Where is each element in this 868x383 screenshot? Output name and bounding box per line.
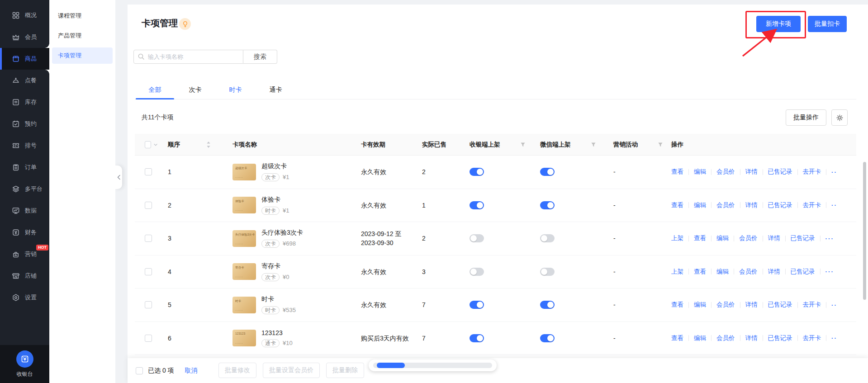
chevron-down-icon[interactable]	[153, 142, 158, 147]
search-input[interactable]	[133, 50, 243, 64]
bulk-button-0[interactable]: 批量修改	[218, 363, 256, 378]
action-link[interactable]: 查看	[671, 201, 688, 209]
sidebar-item-finance[interactable]: 财务	[0, 222, 49, 243]
submenu-item-product-management[interactable]: 产品管理	[52, 28, 113, 44]
sidebar-item-queue[interactable]: 排号	[0, 135, 49, 156]
filter-icon[interactable]	[520, 142, 526, 147]
more-actions-button[interactable]: ··	[826, 202, 842, 208]
action-link[interactable]: 去开卡	[798, 334, 826, 342]
sidebar-item-booking[interactable]: 预约	[0, 113, 49, 135]
horizontal-scrollbar-thumb[interactable]	[377, 363, 405, 368]
action-link[interactable]: 详情	[740, 201, 763, 209]
action-link[interactable]: 编辑	[689, 168, 711, 176]
pos-listing-toggle[interactable]	[470, 334, 484, 342]
action-link[interactable]: 详情	[763, 234, 785, 242]
tab-all[interactable]: 全部	[135, 80, 175, 99]
action-link[interactable]: 查看	[671, 334, 688, 342]
sidebar-item-marketing[interactable]: 营销HOT	[0, 243, 49, 265]
action-link[interactable]: 编辑	[711, 268, 734, 276]
pos-listing-toggle[interactable]	[470, 234, 484, 242]
wechat-listing-toggle[interactable]	[540, 334, 555, 342]
action-link[interactable]: 去开卡	[798, 201, 826, 209]
submenu-item-course-management[interactable]: 课程管理	[52, 8, 113, 24]
row-checkbox[interactable]	[145, 268, 152, 275]
more-actions-button[interactable]: ··	[826, 335, 842, 341]
row-checkbox[interactable]	[145, 202, 152, 209]
pos-listing-toggle[interactable]	[470, 168, 484, 176]
row-checkbox[interactable]	[145, 235, 152, 242]
action-link[interactable]: 查看	[671, 168, 688, 176]
row-checkbox[interactable]	[145, 335, 152, 342]
filter-icon[interactable]	[591, 142, 596, 147]
bulk-button-1[interactable]: 批量设置会员价	[263, 363, 320, 378]
sidebar-item-inventory[interactable]: 库存	[0, 91, 49, 113]
pos-listing-toggle[interactable]	[470, 301, 484, 309]
sidebar-item-members[interactable]: 会员	[0, 26, 49, 48]
lightbulb-icon[interactable]	[179, 18, 191, 30]
action-link[interactable]: 去开卡	[798, 168, 826, 176]
action-link[interactable]: 会员价	[711, 201, 740, 209]
sidebar-collapse-handle[interactable]	[115, 165, 122, 189]
more-actions-button[interactable]: ··	[826, 302, 842, 308]
sidebar-item-shop[interactable]: 店铺	[0, 265, 49, 287]
action-link[interactable]: 已售记录	[786, 234, 820, 242]
action-link[interactable]: 编辑	[711, 234, 734, 242]
action-link[interactable]: 查看	[689, 234, 711, 242]
action-link[interactable]: 查看	[689, 268, 711, 276]
sidebar-item-multi-platform[interactable]: 多平台	[0, 178, 49, 200]
table-settings-button[interactable]	[831, 109, 848, 126]
more-actions-button[interactable]: ··	[826, 169, 842, 175]
pos-listing-toggle[interactable]	[470, 268, 484, 276]
pos-listing-toggle[interactable]	[470, 201, 484, 209]
sidebar-item-overview[interactable]: 概况	[0, 5, 49, 26]
tab-time-card[interactable]: 时卡	[215, 80, 256, 99]
action-link[interactable]: 去开卡	[798, 301, 826, 309]
search-button[interactable]: 搜索	[243, 50, 277, 64]
batch-deduct-button[interactable]: 批量扣卡	[808, 16, 847, 32]
action-link[interactable]: 编辑	[689, 201, 711, 209]
action-link[interactable]: 已售记录	[763, 168, 797, 176]
action-link[interactable]: 已售记录	[763, 201, 797, 209]
wechat-listing-toggle[interactable]	[540, 301, 555, 309]
tab-pass-card[interactable]: 通卡	[256, 80, 296, 99]
more-actions-button[interactable]: ···	[821, 235, 840, 242]
action-link[interactable]: 上架	[671, 234, 688, 242]
vertical-scrollbar-thumb[interactable]	[863, 162, 866, 300]
action-link[interactable]: 已售记录	[763, 301, 797, 309]
action-link[interactable]: 详情	[763, 268, 785, 276]
more-actions-button[interactable]: ···	[821, 268, 840, 275]
action-link[interactable]: 已售记录	[763, 334, 797, 342]
wechat-listing-toggle[interactable]	[540, 268, 555, 276]
sidebar-item-ordering[interactable]: 点餐	[0, 70, 49, 91]
tab-count-card[interactable]: 次卡	[175, 80, 215, 99]
filter-icon[interactable]	[658, 142, 663, 147]
sidebar-item-orders[interactable]: 订单	[0, 156, 49, 178]
select-all-checkbox[interactable]	[136, 367, 143, 374]
wechat-listing-toggle[interactable]	[540, 234, 555, 242]
horizontal-scrollbar[interactable]	[369, 359, 497, 371]
action-link[interactable]: 详情	[740, 168, 763, 176]
sidebar-item-goods[interactable]: 商品	[0, 48, 49, 70]
batch-operations-button[interactable]: 批量操作	[786, 109, 826, 126]
action-link[interactable]: 会员价	[734, 234, 763, 242]
action-link[interactable]: 会员价	[711, 334, 740, 342]
row-checkbox[interactable]	[145, 301, 152, 308]
row-checkbox[interactable]	[145, 168, 152, 175]
action-link[interactable]: 详情	[740, 334, 763, 342]
wechat-listing-toggle[interactable]	[540, 168, 555, 176]
horizontal-scrollbar-track[interactable]	[373, 363, 492, 368]
cashier-entry[interactable]: 收银台	[0, 345, 49, 383]
action-link[interactable]: 详情	[740, 301, 763, 309]
action-link[interactable]: 会员价	[711, 301, 740, 309]
sort-icon[interactable]	[206, 141, 211, 148]
sidebar-item-data[interactable]: 数据	[0, 200, 49, 222]
wechat-listing-toggle[interactable]	[540, 201, 555, 209]
action-link[interactable]: 已售记录	[786, 268, 820, 276]
bulk-button-2[interactable]: 批量删除	[326, 363, 364, 378]
add-card-button[interactable]: 新增卡项	[756, 16, 801, 32]
action-link[interactable]: 查看	[671, 301, 688, 309]
action-link[interactable]: 编辑	[689, 334, 711, 342]
action-link[interactable]: 会员价	[734, 268, 763, 276]
action-link[interactable]: 会员价	[711, 168, 740, 176]
action-link[interactable]: 编辑	[689, 301, 711, 309]
